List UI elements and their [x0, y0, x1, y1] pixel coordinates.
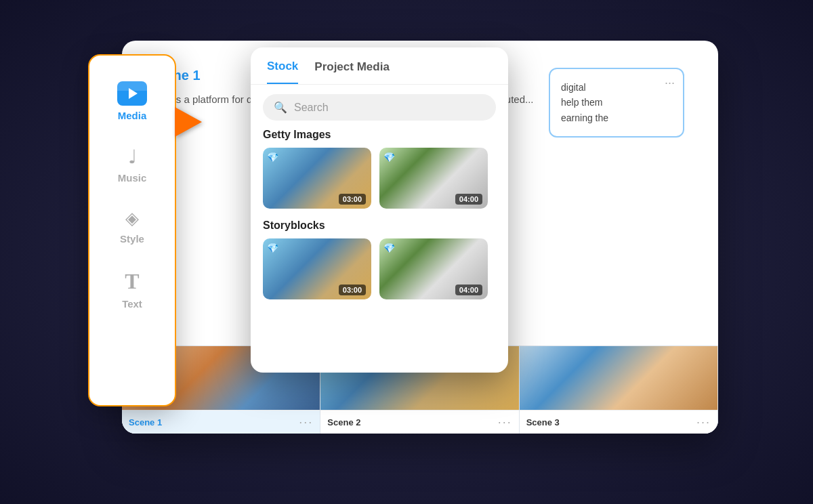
storyblocks-thumb-2-duration: 04:00 [455, 285, 482, 295]
getty-thumb-1-badge: 💎 [267, 152, 278, 163]
search-bar[interactable]: 🔍 Search [263, 94, 496, 121]
scene3-footer: Scene 3 ··· [520, 410, 717, 434]
getty-thumb-2-badge: 💎 [383, 152, 395, 163]
main-scene: Scene 1 Visla is a platform for digital … [0, 0, 813, 504]
stock-panel-tabs: Stock Project Media [251, 47, 508, 85]
style-icon: ◈ [125, 208, 139, 229]
getty-title: Getty Images [263, 129, 496, 141]
stock-panel: Stock Project Media 🔍 Search Getty Image… [251, 47, 508, 373]
sidebar-item-text[interactable]: T Text [89, 257, 175, 322]
storyblocks-thumb-1-duration: 03:00 [339, 285, 366, 295]
search-icon: 🔍 [274, 101, 287, 114]
storyblocks-thumb-2[interactable]: 💎 04:00 [379, 238, 488, 299]
scene2-footer: Scene 2 ··· [320, 410, 518, 434]
pointer-arrow [175, 107, 202, 137]
getty-thumb-1[interactable]: 💎 03:00 [263, 148, 371, 209]
scene3-more-icon[interactable]: ··· [696, 415, 711, 429]
storyblocks-thumb-1-badge: 💎 [267, 243, 278, 253]
tab-project-media[interactable]: Project Media [314, 60, 390, 83]
getty-section: Getty Images 💎 03:00 💎 04:00 [251, 129, 508, 209]
scene2-more-icon[interactable]: ··· [498, 415, 512, 429]
storyblocks-thumbnails: 💎 03:00 💎 04:00 [263, 238, 496, 299]
style-label: Style [120, 233, 144, 245]
scene3-text: digitalhelp themearning the [561, 80, 672, 125]
storyblocks-title: Storyblocks [263, 219, 496, 232]
scene3-label: Scene 3 [526, 417, 560, 427]
media-icon [117, 81, 147, 106]
getty-thumb-2[interactable]: 💎 04:00 [379, 148, 488, 209]
storyblocks-thumb-1[interactable]: 💎 03:00 [263, 238, 371, 299]
play-icon [129, 88, 138, 99]
text-label: Text [122, 298, 142, 310]
music-icon: ♩ [128, 146, 137, 168]
storyblocks-thumb-2-badge: 💎 [383, 243, 395, 253]
scene1-more-icon[interactable]: ··· [299, 415, 313, 429]
text-icon: T [125, 269, 139, 294]
scene-card-3[interactable]: Scene 3 ··· [520, 346, 718, 434]
scene2-label: Scene 2 [327, 417, 360, 427]
scene3-card: ··· digitalhelp themearning the [549, 68, 684, 138]
sidebar-item-media[interactable]: Media [89, 69, 175, 133]
getty-thumbnails: 💎 03:00 💎 04:00 [263, 148, 496, 209]
tab-stock[interactable]: Stock [267, 60, 298, 84]
getty-thumb-1-duration: 03:00 [339, 194, 366, 205]
scene3-more-icon[interactable]: ··· [665, 76, 675, 90]
scene3-thumbnail [520, 346, 717, 410]
sidebar: Media ♩ Music ◈ Style T Text [88, 54, 176, 406]
media-label: Media [118, 110, 147, 121]
sidebar-item-style[interactable]: ◈ Style [89, 196, 175, 257]
storyblocks-section: Storyblocks 💎 03:00 💎 04:00 [251, 219, 508, 299]
search-placeholder: Search [294, 102, 329, 114]
sidebar-item-music[interactable]: ♩ Music [89, 133, 175, 196]
music-label: Music [118, 172, 147, 184]
scene1-label: Scene 1 [129, 417, 162, 427]
getty-thumb-2-duration: 04:00 [455, 194, 482, 205]
arrow-shape [175, 107, 202, 137]
scene1-footer: Scene 1 ··· [122, 410, 320, 434]
